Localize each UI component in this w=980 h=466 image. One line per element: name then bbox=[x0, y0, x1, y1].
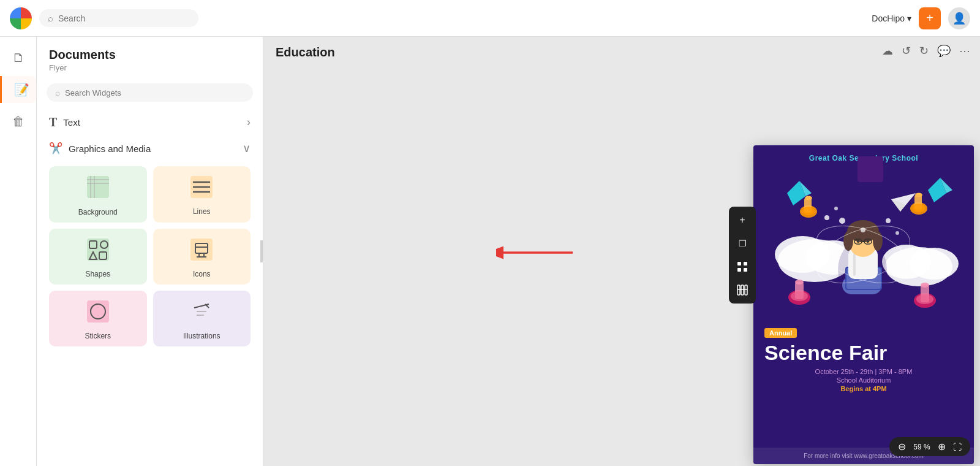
widget-search[interactable]: ⌕ bbox=[47, 83, 253, 102]
svg-rect-0 bbox=[87, 176, 109, 198]
widget-search-icon: ⌕ bbox=[55, 88, 60, 97]
svg-rect-32 bbox=[744, 268, 747, 272]
background-tile-icon bbox=[87, 176, 109, 203]
panel-title: Documents bbox=[49, 48, 251, 62]
tile-shapes[interactable]: Shapes bbox=[49, 229, 147, 285]
svg-point-72 bbox=[915, 193, 922, 197]
icons-tile-icon bbox=[190, 239, 213, 265]
navbar-right: DocHipo ▾ + 👤 bbox=[872, 7, 970, 29]
graphics-icon: ✂️ bbox=[49, 142, 62, 155]
document-icon: 🗋 bbox=[12, 51, 24, 65]
lines-tile-icon bbox=[190, 176, 213, 202]
flyer-venue: School Auditorium bbox=[764, 376, 963, 384]
svg-point-68 bbox=[805, 196, 812, 201]
add-button[interactable]: + bbox=[919, 7, 941, 29]
tile-icons[interactable]: Icons bbox=[153, 229, 251, 285]
svg-point-57 bbox=[867, 240, 869, 243]
tile-illustrations[interactable]: Illustrations bbox=[153, 291, 251, 346]
comment-button[interactable]: 💬 bbox=[937, 44, 951, 58]
svg-point-73 bbox=[913, 204, 925, 212]
text-icon: T bbox=[49, 115, 57, 129]
canvas-content: + ❐ Great Oak Secondary School bbox=[263, 66, 980, 466]
flyer-begins: Begins at 4PM bbox=[764, 385, 963, 392]
flyer-card: Great Oak Secondary School bbox=[753, 145, 974, 464]
tile-background[interactable]: Background bbox=[49, 166, 147, 223]
search-bar[interactable]: ⌕ bbox=[39, 9, 198, 27]
canvas-title: Education bbox=[276, 45, 335, 59]
zoom-value: 59 % bbox=[911, 443, 933, 451]
float-shape-selector: + ❐ bbox=[729, 207, 756, 304]
shapes-tile-label: Shapes bbox=[85, 270, 110, 278]
arrow-annotation bbox=[496, 243, 576, 264]
zoom-in-button[interactable]: ⊕ bbox=[935, 440, 948, 454]
canvas-top-actions: ☁ ↺ ↻ 💬 ⋯ bbox=[882, 44, 970, 58]
graphics-section-title: ✂️ Graphics and Media bbox=[49, 142, 151, 155]
avatar-button[interactable]: 👤 bbox=[948, 7, 970, 29]
flyer-illustration bbox=[753, 162, 974, 322]
zoom-out-button[interactable]: ⊖ bbox=[895, 440, 908, 454]
lines-tile-label: Lines bbox=[193, 207, 211, 216]
copy-shape-button[interactable]: ❐ bbox=[731, 232, 753, 254]
floating-square[interactable] bbox=[858, 156, 883, 182]
widget-section-text: T Text › bbox=[37, 109, 263, 136]
redo-button[interactable]: ↻ bbox=[919, 44, 929, 58]
zoom-expand-button[interactable]: ⛶ bbox=[951, 441, 964, 453]
svg-point-65 bbox=[916, 294, 933, 304]
svg-point-56 bbox=[857, 240, 859, 243]
logo[interactable] bbox=[10, 7, 32, 29]
zoom-controls: ⊖ 59 % ⊕ ⛶ bbox=[889, 437, 970, 456]
svg-rect-33 bbox=[737, 285, 740, 295]
add-shape-button[interactable]: + bbox=[731, 209, 753, 231]
svg-point-60 bbox=[795, 280, 804, 285]
barcode-view-button[interactable] bbox=[731, 279, 753, 301]
illustrations-tile-icon bbox=[190, 300, 213, 327]
svg-point-81 bbox=[834, 207, 838, 210]
text-section-header[interactable]: T Text › bbox=[47, 109, 253, 136]
main-layout: 🗋 📝 🗑 Documents Flyer ⌕ T Text › bbox=[0, 37, 980, 466]
svg-rect-31 bbox=[737, 268, 741, 272]
widget-panel: Documents Flyer ⌕ T Text › ✂️ Graphics a… bbox=[37, 37, 263, 466]
text-section-title: T Text bbox=[49, 115, 80, 129]
flyer-date: October 25th - 29th | 3PM - 8PM bbox=[764, 368, 963, 375]
stickers-tile-label: Stickers bbox=[85, 332, 111, 340]
svg-point-69 bbox=[802, 207, 815, 215]
canvas-area: Education ☁ ↺ ↻ 💬 ⋯ bbox=[263, 37, 980, 466]
svg-rect-30 bbox=[744, 262, 747, 265]
search-input[interactable] bbox=[58, 13, 181, 23]
illustrations-tile-label: Illustrations bbox=[183, 332, 221, 340]
search-icon: ⌕ bbox=[48, 13, 53, 23]
panel-subtitle: Flyer bbox=[49, 63, 251, 72]
widget-search-input[interactable] bbox=[65, 88, 244, 97]
svg-point-64 bbox=[921, 283, 929, 288]
graphics-section-arrow: ∨ bbox=[243, 142, 251, 155]
svg-point-84 bbox=[895, 231, 899, 235]
svg-rect-35 bbox=[745, 285, 747, 295]
undo-button[interactable]: ↺ bbox=[902, 44, 911, 58]
more-options-button[interactable]: ⋯ bbox=[959, 44, 970, 58]
grid-view-button[interactable] bbox=[731, 256, 753, 278]
svg-point-82 bbox=[839, 218, 845, 224]
tile-stickers[interactable]: Stickers bbox=[49, 291, 147, 346]
graphics-grid: Background Lines Shapes bbox=[47, 161, 253, 351]
brand-label[interactable]: DocHipo ▾ bbox=[872, 13, 911, 23]
text-section-arrow: › bbox=[247, 116, 251, 129]
icons-tile-label: Icons bbox=[193, 270, 211, 278]
flyer-wrapper[interactable]: Great Oak Secondary School bbox=[753, 145, 974, 464]
sidebar-item-edit[interactable]: 📝 bbox=[0, 76, 36, 103]
svg-point-42 bbox=[910, 248, 959, 280]
flyer-content: Annual Science Fair October 25th - 29th … bbox=[753, 322, 974, 401]
flyer-event-title: Science Fair bbox=[764, 342, 963, 364]
cloud-save-button[interactable]: ☁ bbox=[882, 44, 893, 58]
sidebar-item-trash[interactable]: 🗑 bbox=[5, 108, 32, 135]
svg-rect-48 bbox=[853, 251, 856, 276]
svg-point-83 bbox=[886, 218, 891, 223]
svg-rect-34 bbox=[741, 285, 744, 295]
canvas-toolbar: Education bbox=[263, 37, 980, 66]
widget-panel-header: Documents Flyer bbox=[37, 37, 263, 76]
stickers-tile-icon bbox=[87, 300, 109, 327]
svg-point-80 bbox=[824, 215, 829, 220]
tile-lines[interactable]: Lines bbox=[153, 166, 251, 223]
graphics-section-header[interactable]: ✂️ Graphics and Media ∨ bbox=[47, 136, 253, 161]
icon-sidebar: 🗋 📝 🗑 bbox=[0, 37, 37, 466]
sidebar-item-document[interactable]: 🗋 bbox=[5, 44, 32, 71]
